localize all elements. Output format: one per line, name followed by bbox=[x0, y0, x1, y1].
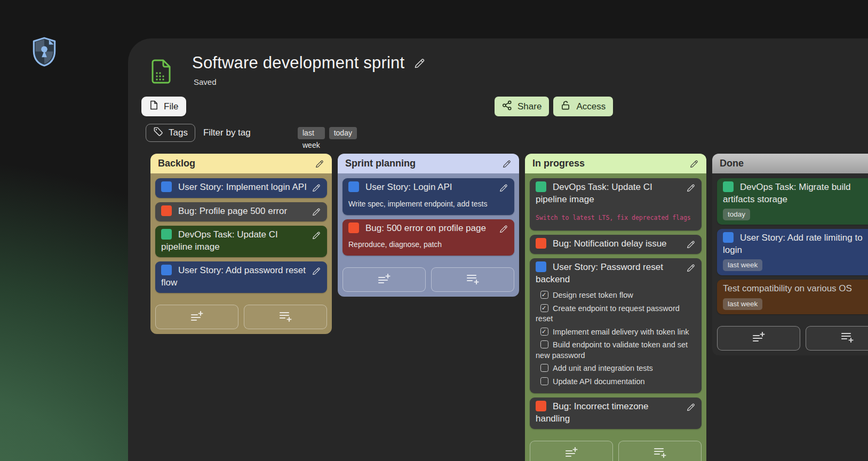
card-title-text: User Story: Add rate limiting to login bbox=[723, 233, 863, 255]
checkbox-icon[interactable] bbox=[540, 291, 548, 299]
card-title: DevOps Task: Migrate build artifacts sto… bbox=[723, 181, 868, 205]
kanban-card[interactable]: DevOps Task: Migrate build artifacts sto… bbox=[717, 178, 868, 225]
share-nodes-icon bbox=[502, 100, 512, 113]
checklist-item-label: Build endpoint to validate token and set… bbox=[536, 340, 688, 360]
kanban-card[interactable]: User Story: Login APIWrite spec, impleme… bbox=[343, 178, 514, 215]
devops-type-icon bbox=[536, 181, 546, 192]
edit-title-icon[interactable] bbox=[413, 57, 426, 69]
checkbox-icon[interactable] bbox=[540, 377, 548, 385]
add-card-top-button[interactable] bbox=[530, 441, 613, 461]
devops-type-icon bbox=[723, 181, 734, 192]
actions-row: Share Access bbox=[495, 97, 613, 116]
kanban-card[interactable]: Test compatibility on various OSlast wee… bbox=[717, 280, 868, 314]
filter-tag[interactable]: last week bbox=[298, 127, 325, 139]
add-card-top-button[interactable] bbox=[155, 305, 238, 329]
file-icon bbox=[149, 100, 158, 113]
add-card-bottom-button[interactable] bbox=[244, 305, 327, 329]
kanban-card[interactable]: User Story: Password reset backendDesign… bbox=[530, 258, 702, 393]
card-title-text: Bug: Incorrect timezone handling bbox=[536, 401, 649, 424]
card-title-text: User Story: Implement login API bbox=[178, 182, 307, 192]
edit-card-icon[interactable] bbox=[499, 183, 508, 193]
edit-column-icon[interactable] bbox=[502, 159, 512, 169]
add-card-top-button[interactable] bbox=[343, 267, 426, 292]
card-title-text: Bug: Notification delay issue bbox=[553, 239, 667, 249]
edit-card-icon[interactable] bbox=[312, 183, 321, 193]
card-tag-row: last week bbox=[723, 256, 868, 271]
card-tag: last week bbox=[723, 259, 762, 271]
card-title: Bug: Incorrect timezone handling bbox=[536, 401, 696, 425]
edit-card-icon[interactable] bbox=[499, 224, 508, 234]
checkbox-icon[interactable] bbox=[540, 364, 548, 372]
checkbox-icon[interactable] bbox=[540, 340, 548, 348]
board-column: Sprint planningUser Story: Login APIWrit… bbox=[338, 154, 519, 297]
board-column: BacklogUser Story: Implement login APIBu… bbox=[150, 154, 332, 334]
kanban-card[interactable]: User Story: Implement login API bbox=[155, 178, 327, 198]
column-body: DevOps Task: Update CI pipeline imageSwi… bbox=[525, 173, 706, 461]
checklist-item[interactable]: Implement email delivery with token link bbox=[536, 327, 696, 338]
edit-card-icon[interactable] bbox=[686, 402, 696, 412]
add-card-row bbox=[155, 305, 327, 329]
column-header: Done bbox=[712, 154, 868, 173]
card-title-text: Test compatibility on various OS bbox=[723, 283, 852, 293]
checklist-item[interactable]: Add unit and integration tests bbox=[536, 363, 696, 374]
column-title: Done bbox=[720, 158, 744, 169]
checklist-item[interactable]: Update API documentation bbox=[536, 377, 696, 387]
add-card-top-button[interactable] bbox=[717, 326, 800, 351]
card-title: User Story: Login API bbox=[348, 181, 508, 194]
checklist-item[interactable]: Create endpoint to request password rese… bbox=[536, 304, 696, 324]
edit-card-icon[interactable] bbox=[312, 230, 321, 240]
add-card-bottom-icon bbox=[466, 274, 480, 286]
checklist-item-label: Implement email delivery with token link bbox=[553, 328, 689, 336]
edit-card-icon[interactable] bbox=[686, 183, 696, 193]
add-card-bottom-button[interactable] bbox=[806, 326, 868, 351]
kanban-card[interactable]: DevOps Task: Update CI pipeline imageSwi… bbox=[530, 178, 702, 230]
kanban-card[interactable]: User Story: Add rate limiting to loginla… bbox=[717, 229, 868, 275]
checklist-item[interactable]: Build endpoint to validate token and set… bbox=[536, 340, 696, 361]
column-body: DevOps Task: Migrate build artifacts sto… bbox=[712, 173, 868, 355]
kanban-card[interactable]: Bug: Incorrect timezone handling bbox=[530, 398, 702, 429]
card-title-text: DevOps Task: Migrate build artifacts sto… bbox=[723, 182, 851, 204]
file-menu-button[interactable]: File bbox=[141, 97, 186, 116]
edit-column-icon[interactable] bbox=[315, 159, 324, 169]
add-card-bottom-button[interactable] bbox=[618, 441, 702, 461]
unlock-icon bbox=[561, 100, 571, 113]
kanban-card[interactable]: DevOps Task: Update CI pipeline image bbox=[155, 226, 327, 257]
file-button-label: File bbox=[164, 101, 178, 112]
edit-card-icon[interactable] bbox=[312, 207, 321, 217]
card-description: Write spec, implement endpoint, add test… bbox=[348, 199, 508, 209]
access-button-label: Access bbox=[576, 101, 606, 112]
column-body: User Story: Implement login APIBug: Prof… bbox=[150, 173, 332, 334]
checklist-item[interactable]: Design reset token flow bbox=[536, 290, 696, 301]
checkbox-icon[interactable] bbox=[540, 304, 548, 312]
card-tag-row: today bbox=[723, 205, 868, 220]
card-description: Reproduce, diagnose, patch bbox=[348, 240, 508, 250]
kanban-card[interactable]: Bug: Notification delay issue bbox=[530, 235, 702, 255]
edit-column-icon[interactable] bbox=[689, 159, 699, 169]
edit-card-icon[interactable] bbox=[686, 240, 696, 249]
edit-card-icon[interactable] bbox=[312, 266, 321, 276]
share-button[interactable]: Share bbox=[495, 97, 549, 116]
add-card-bottom-button[interactable] bbox=[431, 267, 514, 292]
checkbox-icon[interactable] bbox=[540, 328, 548, 336]
column-header: In progress bbox=[525, 154, 706, 173]
kanban-card[interactable]: User Story: Add password reset flow bbox=[155, 261, 327, 293]
access-button[interactable]: Access bbox=[553, 97, 613, 116]
card-code-note: Switch to latest LTS, fix deprecated fla… bbox=[536, 212, 696, 224]
column-title: Sprint planning bbox=[345, 158, 416, 169]
document-icon bbox=[150, 59, 172, 86]
edit-card-icon[interactable] bbox=[686, 263, 696, 273]
filter-tag[interactable]: today bbox=[329, 127, 357, 139]
card-tag: last week bbox=[723, 298, 762, 310]
kanban-card[interactable]: Bug: 500 error on profile pageReproduce,… bbox=[343, 219, 514, 256]
checklist-item-label: Create endpoint to request password rese… bbox=[536, 304, 680, 323]
bug-type-icon bbox=[348, 222, 359, 233]
card-title: Test compatibility on various OS bbox=[723, 283, 868, 295]
tags-button-label: Tags bbox=[169, 128, 188, 138]
card-title: User Story: Implement login API bbox=[161, 181, 321, 194]
card-title-text: User Story: Add password reset flow bbox=[161, 265, 306, 288]
add-card-bottom-icon bbox=[653, 447, 667, 459]
kanban-card[interactable]: Bug: Profile page 500 error bbox=[155, 202, 327, 222]
card-title-text: Bug: 500 error on profile page bbox=[365, 223, 486, 233]
tags-button[interactable]: Tags bbox=[146, 124, 195, 142]
user-story-type-icon bbox=[723, 232, 734, 243]
